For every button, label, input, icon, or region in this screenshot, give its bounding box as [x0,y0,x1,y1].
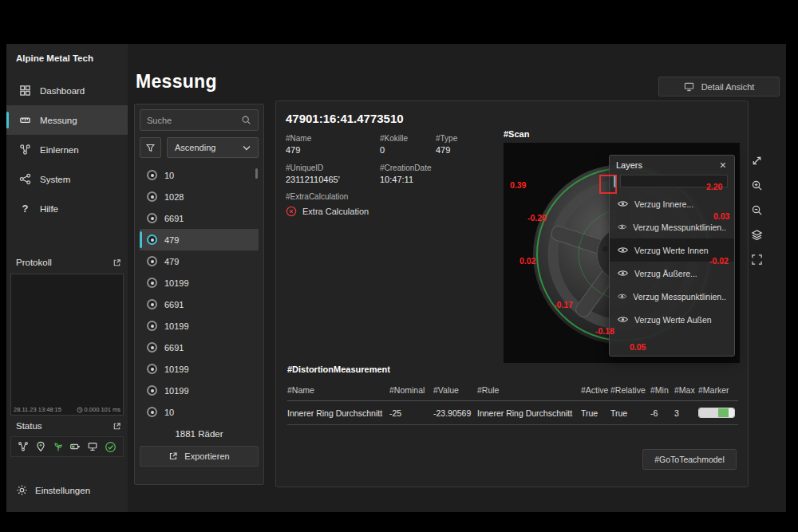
scan-value: 0.05 [630,342,646,352]
layer-label: Verzug Werte Innen [634,246,709,255]
external-link-icon[interactable] [113,258,121,267]
radio-icon [147,256,157,266]
measurement-detail-panel: 47901:16:41.4773510 #Name 479 #Kokille 0… [275,100,749,487]
zoom-out-icon[interactable] [750,203,764,217]
list-item[interactable]: 10199 [140,315,259,337]
col-header: #Name [287,385,389,395]
list-item[interactable]: 10 [140,164,259,186]
export-label: Exportieren [184,451,229,461]
location-status-icon[interactable] [35,441,46,452]
system-nodes-icon [19,173,31,185]
detail-view-button[interactable]: Detail Ansicht [658,77,780,97]
radio-icon [147,191,157,202]
sort-value: Ascending [175,143,215,152]
eye-icon[interactable] [618,293,626,300]
sort-dropdown[interactable]: Ascending [167,137,259,158]
scan-section-label: #Scan [504,129,529,139]
list-item-label: 10199 [164,321,189,331]
radio-icon [147,299,157,309]
wheel-list: 10 1028 6691 479 479 10199 6691 10199 66… [140,164,259,423]
sidebar-item-hilfe[interactable]: ? Hilfe [6,194,128,223]
measure-icon [19,114,31,126]
screen: Alpine Metal Tech Dashboard Messung Einl… [0,0,798,532]
list-item-label: 10199 [164,278,189,288]
distortion-table: #Name #Nominal #Value #Rule #Active #Rel… [287,382,738,425]
search-icon[interactable] [241,115,251,125]
layer-label: Verzug Messpunktlinien.. [633,223,726,232]
sidebar-item-einlernen[interactable]: Einlernen [6,135,128,164]
teach-nodes-icon [19,144,31,156]
extra-calculation-label: Extra Calculation [302,207,369,216]
table-row[interactable]: Innerer Ring Durchschnitt -25 -23.90569 … [287,401,738,425]
sidebar-item-einstellungen[interactable]: Einstellungen [16,484,90,496]
list-item[interactable]: 10199 [140,272,259,294]
list-item[interactable]: 6691 [140,207,259,229]
col-header: #Min [650,385,674,395]
scan-value: -0.18 [595,326,614,336]
funnel-icon [145,143,156,153]
field-kokille: #Kokille 0 [380,134,408,155]
list-item-label: 6691 [164,214,184,223]
layer-item[interactable]: Verzug Werte Außen [610,308,734,331]
status-label: Status [16,421,42,431]
distortion-section-label: #DistortionMeasurement [287,365,390,374]
settings-label: Einstellungen [35,486,90,495]
field-type: #Type 479 [436,134,457,155]
sidebar-item-messung[interactable]: Messung [6,105,128,135]
fit-view-icon[interactable] [750,253,764,266]
list-item[interactable]: 10 [140,401,259,423]
sidebar-item-dashboard[interactable]: Dashboard [6,76,128,105]
sidebar-item-label: Einlernen [40,145,79,155]
eye-icon[interactable] [618,246,628,254]
export-icon [168,451,178,461]
radio-icon [147,364,157,374]
layer-item[interactable]: Verzug Messpunktlinien.. [610,285,734,308]
field-value: 10:47:11 [380,175,431,184]
sidebar-nav: Dashboard Messung Einlernen System ? Hil… [6,76,128,223]
battery-status-icon[interactable] [69,441,81,452]
protokoll-label: Protokoll [16,258,52,267]
cell-active: True [581,408,610,418]
scan-value: 0.03 [713,211,729,221]
col-header: #Marker [698,385,738,395]
extra-calculation-status: Extra Calculation [286,206,369,217]
list-item-selected[interactable]: 479 [140,229,259,250]
table-header-row: #Name #Nominal #Value #Rule #Active #Rel… [287,382,738,401]
status-header: Status [16,421,121,431]
radio-icon [147,407,157,417]
network-status-icon[interactable] [87,441,98,452]
expand-icon[interactable] [750,154,764,167]
plant-status-icon[interactable] [53,441,64,452]
radio-icon [147,342,157,353]
list-item[interactable]: 1028 [140,186,259,207]
radio-icon [147,234,157,245]
layers-icon[interactable] [750,228,764,242]
cell-relative: True [610,408,650,418]
cell-min: -6 [650,408,674,418]
protokoll-log[interactable]: 28.11.23 13:48:15 0.000.101 ms [10,274,124,416]
eye-icon[interactable] [618,316,628,323]
workflow-status-icon[interactable] [18,441,29,452]
check-status-icon[interactable] [105,441,117,453]
external-link-icon[interactable] [113,422,121,431]
zoom-in-icon[interactable] [750,179,764,192]
list-item[interactable]: 10199 [140,358,259,380]
goto-teachmodel-button[interactable]: #GoToTeachmodel [642,449,737,470]
eye-icon[interactable] [618,200,628,207]
list-item[interactable]: 6691 [140,294,259,315]
list-item[interactable]: 10199 [140,380,259,401]
filter-button[interactable] [140,137,161,158]
scan-value: 0.02 [519,256,535,266]
close-icon[interactable]: × [718,160,728,170]
list-item[interactable]: 6691 [140,337,259,358]
list-item[interactable]: 479 [140,250,259,272]
field-extracalculation: #ExtraCalculation [286,192,348,201]
search-input[interactable] [147,116,236,125]
gear-icon [16,484,28,496]
log-meta: 28.11.23 13:48:15 0.000.101 ms [14,406,120,413]
field-value: 479 [436,145,457,155]
export-button[interactable]: Exportieren [140,446,259,467]
eye-icon[interactable] [618,270,628,277]
sidebar-item-system[interactable]: System [6,164,128,194]
eye-icon[interactable] [618,223,626,231]
